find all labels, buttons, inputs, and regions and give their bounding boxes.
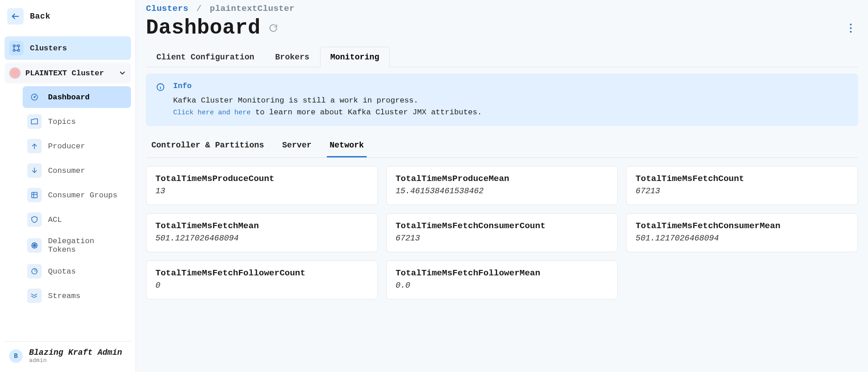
metric-card: TotalTimeMsFetchCount 67213 <box>626 166 858 205</box>
svg-point-18 <box>850 24 852 25</box>
user-name: Blazing Kraft Admin <box>29 348 122 357</box>
streams-icon <box>27 289 42 303</box>
sidebar-item-label: Delegation Tokens <box>48 237 126 254</box>
tab-client-configuration[interactable]: Client Configuration <box>146 47 265 67</box>
breadcrumb: Clusters / plaintextCluster <box>146 4 858 14</box>
shield-icon <box>27 212 42 227</box>
metric-title: TotalTimeMsProduceMean <box>396 174 609 184</box>
sidebar-item-dashboard[interactable]: Dashboard <box>23 86 131 108</box>
sidebar-item-label: Quotas <box>48 267 76 276</box>
metric-value: 13 <box>155 186 369 196</box>
metric-title: TotalTimeMsFetchConsumerMean <box>635 221 849 231</box>
breadcrumb-sep: / <box>196 4 202 14</box>
quotas-icon <box>27 264 42 279</box>
sidebar-item-label: Clusters <box>30 44 67 53</box>
metrics-grid: TotalTimeMsProduceCount 13 TotalTimeMsPr… <box>146 166 858 299</box>
user-role: admin <box>29 357 122 364</box>
more-menu-icon[interactable] <box>844 21 858 35</box>
svg-point-2 <box>18 45 19 47</box>
breadcrumb-root[interactable]: Clusters <box>146 4 189 14</box>
metric-value: 501.1217026468094 <box>155 234 369 243</box>
consumer-icon <box>27 163 42 178</box>
metric-card: TotalTimeMsFetchMean 501.1217026468094 <box>146 213 378 252</box>
svg-point-4 <box>18 49 19 51</box>
metric-title: TotalTimeMsFetchConsumerCount <box>396 221 609 231</box>
sidebar-item-label: Dashboard <box>48 93 90 102</box>
tab-monitoring[interactable]: Monitoring <box>320 47 390 67</box>
subtab-server[interactable]: Server <box>279 134 314 157</box>
sidebar-item-acl[interactable]: ACL <box>23 209 131 230</box>
clusters-icon <box>9 41 24 55</box>
back-arrow-icon <box>7 8 24 24</box>
metric-value: 15.461538461538462 <box>396 186 609 196</box>
metric-value: 0.0 <box>396 281 609 290</box>
info-text: Kafka Cluster Monitoring is still a work… <box>173 96 418 105</box>
sidebar-item-streams[interactable]: Streams <box>23 285 131 307</box>
metric-card: TotalTimeMsFetchFollowerMean 0.0 <box>386 260 618 299</box>
page-title: Dashboard <box>146 16 261 40</box>
sidebar-item-producer[interactable]: Producer <box>23 135 131 157</box>
metric-card: TotalTimeMsFetchConsumerMean 501.1217026… <box>626 213 858 252</box>
svg-point-3 <box>13 49 15 51</box>
svg-rect-13 <box>32 192 37 198</box>
sidebar-item-topics[interactable]: Topics <box>23 111 131 132</box>
producer-icon <box>27 139 42 153</box>
subtab-network[interactable]: Network <box>327 134 367 157</box>
metric-title: TotalTimeMsFetchCount <box>635 174 849 184</box>
refresh-icon[interactable] <box>268 23 279 34</box>
consumer-groups-icon <box>27 188 42 202</box>
sidebar-item-label: Producer <box>48 142 85 151</box>
subtab-controller-partitions[interactable]: Controller & Partitions <box>149 134 267 157</box>
avatar: B <box>9 349 23 363</box>
sidebar-item-label: Consumer <box>48 166 85 175</box>
main-tabs: Client Configuration Brokers Monitoring <box>146 46 858 67</box>
main-content: Clusters / plaintextCluster Dashboard Cl… <box>136 0 868 372</box>
metric-value: 501.1217026468094 <box>635 234 849 243</box>
metric-title: TotalTimeMsProduceCount <box>155 174 369 184</box>
cluster-name: PLAINTEXT Cluster <box>25 69 104 78</box>
sidebar-item-consumer-groups[interactable]: Consumer Groups <box>23 184 131 206</box>
sidebar-item-clusters[interactable]: Clusters <box>5 36 131 60</box>
back-label: Back <box>30 12 50 21</box>
metric-value: 67213 <box>396 234 609 243</box>
metric-card: TotalTimeMsFetchFollowerCount 0 <box>146 260 378 299</box>
tab-brokers[interactable]: Brokers <box>265 47 320 67</box>
info-icon <box>156 83 165 118</box>
chevron-down-icon <box>118 69 126 77</box>
user-footer[interactable]: B Blazing Kraft Admin admin <box>5 341 131 372</box>
breadcrumb-current: plaintextCluster <box>210 4 295 14</box>
sidebar: Back Clusters PLAINTEXT Cluster Dashboar… <box>0 0 136 372</box>
cluster-selector[interactable]: PLAINTEXT Cluster <box>5 63 131 83</box>
metric-title: TotalTimeMsFetchFollowerMean <box>396 268 609 278</box>
sidebar-item-delegation-tokens[interactable]: Delegation Tokens <box>23 233 131 258</box>
info-rest: to learn more about Kafka Cluster JMX at… <box>251 108 482 117</box>
svg-point-10 <box>34 97 35 98</box>
monitoring-subtabs: Controller & Partitions Server Network <box>146 134 858 158</box>
sidebar-item-quotas[interactable]: Quotas <box>23 260 131 282</box>
metric-value: 67213 <box>635 186 849 196</box>
dashboard-icon <box>27 90 42 104</box>
svg-point-19 <box>850 27 852 29</box>
info-title: Info <box>173 82 482 90</box>
metric-card: TotalTimeMsFetchConsumerCount 67213 <box>386 213 618 252</box>
sidebar-item-label: Topics <box>48 117 76 126</box>
metric-title: TotalTimeMsFetchMean <box>155 221 369 231</box>
sidebar-item-label: Consumer Groups <box>48 191 117 200</box>
svg-point-20 <box>850 31 852 33</box>
metric-title: TotalTimeMsFetchFollowerCount <box>155 268 369 278</box>
topics-icon <box>27 114 42 129</box>
back-button[interactable]: Back <box>5 5 131 28</box>
cluster-subnav: Dashboard Topics Producer Consumer <box>23 86 131 307</box>
metric-value: 0 <box>155 281 369 290</box>
metric-card: TotalTimeMsProduceCount 13 <box>146 166 378 205</box>
svg-point-1 <box>13 45 15 47</box>
sidebar-item-label: Streams <box>48 292 80 300</box>
sidebar-item-consumer[interactable]: Consumer <box>23 160 131 181</box>
info-banner: Info Kafka Cluster Monitoring is still a… <box>146 73 858 126</box>
metric-card: TotalTimeMsProduceMean 15.46153846153846… <box>386 166 618 205</box>
cluster-status-dot <box>9 67 21 79</box>
sidebar-item-label: ACL <box>48 215 62 224</box>
token-icon <box>27 238 42 253</box>
info-link[interactable]: Click here and here <box>173 109 251 117</box>
